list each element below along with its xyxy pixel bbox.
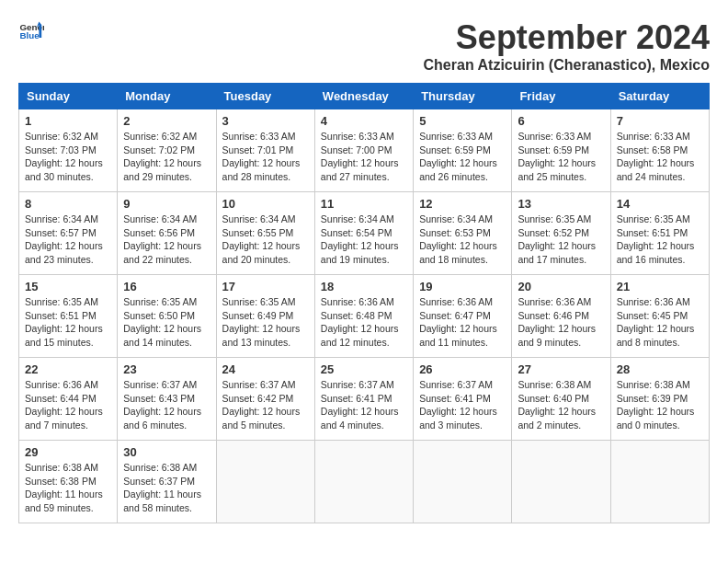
week-row-2: 8Sunrise: 6:34 AMSunset: 6:57 PMDaylight… [19, 192, 710, 275]
calendar-cell: 5Sunrise: 6:33 AMSunset: 6:59 PMDaylight… [414, 109, 512, 192]
calendar-cell [216, 441, 314, 523]
calendar-cell: 27Sunrise: 6:38 AMSunset: 6:40 PMDayligh… [512, 358, 610, 441]
calendar-cell: 10Sunrise: 6:34 AMSunset: 6:55 PMDayligh… [216, 192, 314, 275]
day-number: 1 [25, 114, 111, 128]
calendar-cell: 22Sunrise: 6:36 AMSunset: 6:44 PMDayligh… [19, 358, 118, 441]
cell-info: Sunrise: 6:37 AMSunset: 6:41 PMDaylight:… [419, 379, 497, 431]
calendar-cell: 16Sunrise: 6:35 AMSunset: 6:50 PMDayligh… [118, 275, 216, 358]
day-number: 17 [222, 280, 309, 293]
calendar-body: 1Sunrise: 6:32 AMSunset: 7:03 PMDaylight… [19, 109, 710, 523]
cell-info: Sunrise: 6:33 AMSunset: 6:59 PMDaylight:… [419, 131, 497, 182]
day-number: 18 [321, 280, 407, 293]
day-number: 24 [222, 362, 309, 376]
cell-info: Sunrise: 6:36 AMSunset: 6:47 PMDaylight:… [419, 296, 497, 348]
cell-info: Sunrise: 6:36 AMSunset: 6:44 PMDaylight:… [25, 379, 103, 431]
location-title: Cheran Atzicuirin (Cheranastico), Mexico [424, 57, 710, 74]
calendar-cell: 14Sunrise: 6:35 AMSunset: 6:51 PMDayligh… [610, 192, 709, 275]
svg-text:Blue: Blue [19, 30, 40, 40]
cell-info: Sunrise: 6:37 AMSunset: 6:41 PMDaylight:… [321, 379, 399, 431]
day-header-thursday: Thursday [414, 84, 512, 109]
calendar-cell: 4Sunrise: 6:33 AMSunset: 7:00 PMDaylight… [314, 109, 413, 192]
week-row-5: 29Sunrise: 6:38 AMSunset: 6:38 PMDayligh… [19, 441, 710, 523]
day-number: 9 [123, 197, 210, 211]
calendar-cell: 30Sunrise: 6:38 AMSunset: 6:37 PMDayligh… [118, 441, 216, 523]
calendar-cell: 9Sunrise: 6:34 AMSunset: 6:56 PMDaylight… [118, 192, 216, 275]
day-number: 16 [123, 280, 210, 293]
calendar-cell [314, 441, 413, 523]
calendar-cell: 3Sunrise: 6:33 AMSunset: 7:01 PMDaylight… [216, 109, 314, 192]
cell-info: Sunrise: 6:36 AMSunset: 6:46 PMDaylight:… [518, 296, 596, 348]
day-header-monday: Monday [118, 84, 216, 109]
cell-info: Sunrise: 6:33 AMSunset: 6:58 PMDaylight:… [617, 131, 695, 182]
calendar-cell: 17Sunrise: 6:35 AMSunset: 6:49 PMDayligh… [216, 275, 314, 358]
day-number: 15 [25, 280, 111, 293]
day-header-sunday: Sunday [19, 84, 118, 109]
cell-info: Sunrise: 6:35 AMSunset: 6:51 PMDaylight:… [25, 296, 103, 348]
day-number: 30 [123, 445, 210, 459]
day-number: 26 [419, 362, 506, 376]
calendar-cell: 21Sunrise: 6:36 AMSunset: 6:45 PMDayligh… [610, 275, 709, 358]
day-header-wednesday: Wednesday [314, 84, 413, 109]
header: General Blue September 2024 Cheran Atzic… [18, 18, 710, 74]
cell-info: Sunrise: 6:33 AMSunset: 7:01 PMDaylight:… [222, 131, 301, 182]
calendar-cell: 25Sunrise: 6:37 AMSunset: 6:41 PMDayligh… [314, 358, 413, 441]
cell-info: Sunrise: 6:36 AMSunset: 6:45 PMDaylight:… [617, 296, 695, 348]
calendar-cell: 29Sunrise: 6:38 AMSunset: 6:38 PMDayligh… [19, 441, 118, 523]
logo-icon: General Blue [18, 18, 44, 44]
day-header-saturday: Saturday [610, 84, 709, 109]
cell-info: Sunrise: 6:35 AMSunset: 6:49 PMDaylight:… [222, 296, 301, 348]
day-number: 14 [617, 197, 703, 211]
calendar-cell: 15Sunrise: 6:35 AMSunset: 6:51 PMDayligh… [19, 275, 118, 358]
calendar-cell: 1Sunrise: 6:32 AMSunset: 7:03 PMDaylight… [19, 109, 118, 192]
calendar-cell: 6Sunrise: 6:33 AMSunset: 6:59 PMDaylight… [512, 109, 610, 192]
cell-info: Sunrise: 6:35 AMSunset: 6:52 PMDaylight:… [518, 213, 596, 265]
day-header-tuesday: Tuesday [216, 84, 314, 109]
day-number: 2 [123, 114, 210, 128]
day-number: 28 [617, 362, 703, 376]
calendar-cell: 20Sunrise: 6:36 AMSunset: 6:46 PMDayligh… [512, 275, 610, 358]
cell-info: Sunrise: 6:34 AMSunset: 6:53 PMDaylight:… [419, 213, 497, 265]
day-header-friday: Friday [512, 84, 610, 109]
calendar-table: SundayMondayTuesdayWednesdayThursdayFrid… [18, 83, 710, 523]
day-number: 5 [419, 114, 506, 128]
cell-info: Sunrise: 6:37 AMSunset: 6:42 PMDaylight:… [222, 379, 301, 431]
days-header-row: SundayMondayTuesdayWednesdayThursdayFrid… [19, 84, 710, 109]
title-area: September 2024 Cheran Atzicuirin (Cheran… [424, 18, 710, 74]
calendar-cell: 23Sunrise: 6:37 AMSunset: 6:43 PMDayligh… [118, 358, 216, 441]
calendar-cell: 24Sunrise: 6:37 AMSunset: 6:42 PMDayligh… [216, 358, 314, 441]
cell-info: Sunrise: 6:34 AMSunset: 6:55 PMDaylight:… [222, 213, 301, 265]
cell-info: Sunrise: 6:33 AMSunset: 7:00 PMDaylight:… [321, 131, 399, 182]
calendar-cell: 11Sunrise: 6:34 AMSunset: 6:54 PMDayligh… [314, 192, 413, 275]
day-number: 29 [25, 445, 111, 459]
calendar-cell [512, 441, 610, 523]
day-number: 13 [518, 197, 604, 211]
day-number: 7 [617, 114, 703, 128]
calendar-cell: 26Sunrise: 6:37 AMSunset: 6:41 PMDayligh… [414, 358, 512, 441]
week-row-3: 15Sunrise: 6:35 AMSunset: 6:51 PMDayligh… [19, 275, 710, 358]
calendar-cell: 18Sunrise: 6:36 AMSunset: 6:48 PMDayligh… [314, 275, 413, 358]
day-number: 20 [518, 280, 604, 293]
week-row-1: 1Sunrise: 6:32 AMSunset: 7:03 PMDaylight… [19, 109, 710, 192]
day-number: 22 [25, 362, 111, 376]
day-number: 12 [419, 197, 506, 211]
calendar-cell: 19Sunrise: 6:36 AMSunset: 6:47 PMDayligh… [414, 275, 512, 358]
day-number: 8 [25, 197, 111, 211]
day-number: 6 [518, 114, 604, 128]
calendar-cell: 28Sunrise: 6:38 AMSunset: 6:39 PMDayligh… [610, 358, 709, 441]
cell-info: Sunrise: 6:38 AMSunset: 6:39 PMDaylight:… [617, 379, 695, 431]
day-number: 27 [518, 362, 604, 376]
cell-info: Sunrise: 6:38 AMSunset: 6:37 PMDaylight:… [123, 462, 201, 513]
calendar-cell: 12Sunrise: 6:34 AMSunset: 6:53 PMDayligh… [414, 192, 512, 275]
cell-info: Sunrise: 6:35 AMSunset: 6:51 PMDaylight:… [617, 213, 695, 265]
day-number: 11 [321, 197, 407, 211]
cell-info: Sunrise: 6:34 AMSunset: 6:56 PMDaylight:… [123, 213, 201, 265]
calendar-cell [610, 441, 709, 523]
day-number: 21 [617, 280, 703, 293]
cell-info: Sunrise: 6:38 AMSunset: 6:38 PMDaylight:… [25, 462, 103, 513]
day-number: 10 [222, 197, 309, 211]
day-number: 19 [419, 280, 506, 293]
logo: General Blue [18, 18, 44, 44]
cell-info: Sunrise: 6:34 AMSunset: 6:54 PMDaylight:… [321, 213, 399, 265]
calendar-cell: 7Sunrise: 6:33 AMSunset: 6:58 PMDaylight… [610, 109, 709, 192]
cell-info: Sunrise: 6:36 AMSunset: 6:48 PMDaylight:… [321, 296, 399, 348]
